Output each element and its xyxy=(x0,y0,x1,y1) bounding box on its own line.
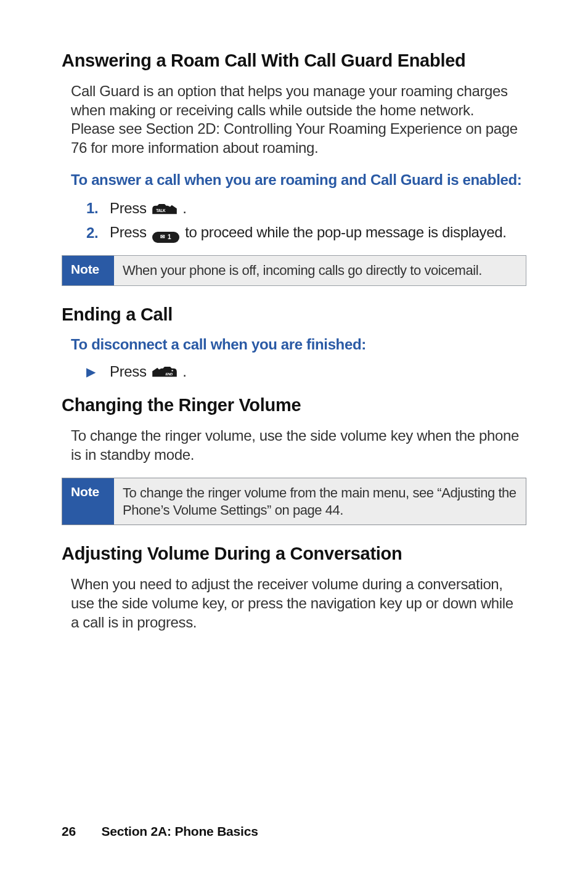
body-ringer-volume: To change the ringer volume, use the sid… xyxy=(71,427,520,464)
envelope-icon: ✉ xyxy=(160,234,165,241)
note-label: Note xyxy=(62,478,114,525)
step-number: 1. xyxy=(86,198,110,218)
svg-point-1 xyxy=(171,370,173,372)
step-1-text-b: . xyxy=(182,200,186,216)
steps-roam: 1. Press TALK . 2. Press ✉ 1 xyxy=(86,198,526,243)
subhead-disconnect: To disconnect a call when you are finish… xyxy=(71,336,526,353)
step-number: 2. xyxy=(86,223,110,242)
heading-roam-call: Answering a Roam Call With Call Guard En… xyxy=(62,51,526,71)
note-text: To change the ringer volume from the mai… xyxy=(114,478,526,525)
step-1-text-a: Press xyxy=(110,200,150,216)
step-2-text-b: to proceed while the pop-up message is d… xyxy=(185,224,506,240)
bullet-item: ▶ Press END . xyxy=(86,363,526,380)
page-footer: 26 Section 2A: Phone Basics xyxy=(62,824,258,839)
talk-key-icon: TALK xyxy=(152,204,177,215)
bullet-text-a: Press xyxy=(110,363,150,380)
heading-ending-call: Ending a Call xyxy=(62,304,526,325)
footer-section: Section 2A: Phone Basics xyxy=(102,824,258,838)
step-1: 1. Press TALK . xyxy=(86,198,526,218)
subhead-roam-steps: To answer a call when you are roaming an… xyxy=(71,171,526,189)
svg-text:TALK: TALK xyxy=(156,208,166,212)
step-2-text-a: Press xyxy=(110,224,150,240)
bullet-ending: ▶ Press END . xyxy=(86,363,526,380)
body-roam-call: Call Guard is an option that helps you m… xyxy=(71,82,520,158)
end-key-icon: END xyxy=(152,367,177,378)
bullet-text-b: . xyxy=(182,363,186,380)
step-2: 2. Press ✉ 1 to proceed while the pop-up… xyxy=(86,223,526,243)
note-box-voicemail: Note When your phone is off, incoming ca… xyxy=(62,255,526,286)
heading-ringer-volume: Changing the Ringer Volume xyxy=(62,395,526,415)
one-key-icon: ✉ 1 xyxy=(152,224,179,243)
heading-adjust-volume: Adjusting Volume During a Conversation xyxy=(62,544,526,564)
play-bullet-icon: ▶ xyxy=(86,364,110,379)
document-page: Answering a Roam Call With Call Guard En… xyxy=(0,0,588,882)
body-adjust-volume: When you need to adjust the receiver vol… xyxy=(71,575,520,632)
page-number: 26 xyxy=(62,824,76,838)
note-text: When your phone is off, incoming calls g… xyxy=(114,256,491,285)
key-digit: 1 xyxy=(168,233,171,241)
svg-text:END: END xyxy=(165,372,173,376)
note-label: Note xyxy=(62,256,114,285)
note-box-ringer: Note To change the ringer volume from th… xyxy=(62,478,526,525)
